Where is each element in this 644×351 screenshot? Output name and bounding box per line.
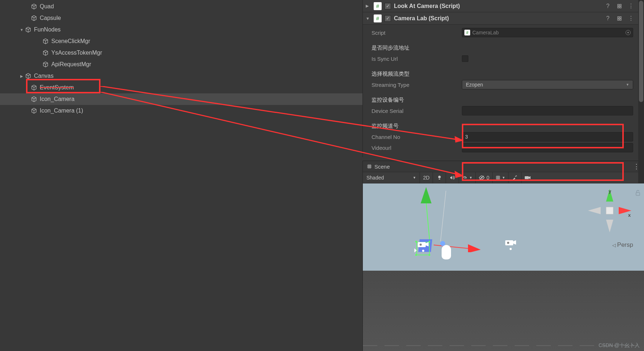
svg-marker-12 — [415, 248, 417, 253]
expand-icon[interactable]: ▶ — [19, 74, 25, 78]
gameobject-icon — [30, 3, 38, 10]
component-header-lookat[interactable]: ▶ # Look At Camera (Script) ? ⋮ — [363, 0, 638, 12]
hierarchy-item-capsule[interactable]: Capsule — [0, 12, 362, 24]
hierarchy-item-icon-camera[interactable]: Icon_Camera — [0, 93, 362, 105]
svg-point-0 — [438, 176, 441, 178]
tools-button[interactable] — [508, 172, 521, 183]
hierarchy-item-ysaccesstokenmgr[interactable]: YsAccessTokenMgr — [0, 47, 362, 59]
hierarchy-label: SceneClickMgr — [51, 38, 90, 45]
orientation-gizmo[interactable]: y x — [586, 187, 633, 234]
expand-icon[interactable]: ▼ — [19, 28, 25, 32]
hierarchy-label: Canvas — [34, 73, 53, 79]
help-icon[interactable]: ? — [604, 14, 612, 23]
component-header-cameralab[interactable]: ▼ # Camera Lab (Script) ? ⋮ — [363, 12, 638, 25]
prop-label-script: Script — [368, 30, 462, 36]
script-icon: # — [374, 14, 382, 22]
gameobject-icon — [25, 72, 32, 80]
hierarchy-label: Icon_Camera — [40, 96, 74, 102]
preset-icon[interactable] — [615, 2, 624, 10]
svg-line-13 — [434, 245, 470, 249]
hierarchy-label: Icon_Camera (1) — [40, 107, 83, 114]
camera-gizmo-icon[interactable] — [417, 241, 429, 249]
hierarchy-item-quad[interactable]: Quad — [0, 1, 362, 12]
prop-label-device: Device Serial — [368, 108, 462, 114]
gameobject-icon — [30, 14, 38, 22]
help-icon[interactable]: ? — [604, 2, 612, 10]
prop-header-sync: 是否同步流地址 — [368, 45, 462, 51]
audio-toggle[interactable] — [446, 172, 459, 183]
ground-line — [363, 344, 637, 347]
object-picker-icon[interactable] — [626, 30, 631, 35]
inspector-scrollbar[interactable] — [638, 0, 644, 203]
component-title: Look At Camera (Script) — [394, 3, 601, 9]
capsule-object[interactable] — [442, 245, 451, 259]
gameobject-icon — [42, 61, 49, 68]
guide-line — [435, 191, 457, 241]
device-serial-input[interactable] — [462, 106, 633, 115]
gizmos-visibility[interactable]: 0 — [475, 172, 492, 183]
draw-mode-dropdown[interactable]: Shaded — [363, 173, 420, 182]
scene-toolbar: Shaded 2D ▼ 0 ▼ — [363, 172, 644, 183]
videourl-input[interactable] — [462, 143, 633, 152]
2d-toggle[interactable]: 2D — [420, 172, 433, 183]
channel-no-input[interactable] — [462, 132, 633, 141]
prop-label-sync: Is Sync Url — [368, 56, 462, 62]
collapse-icon[interactable]: ▶ — [366, 4, 371, 8]
grid-dropdown[interactable]: ▼ — [492, 172, 508, 183]
scrollbar-thumb[interactable] — [639, 1, 643, 102]
gameobject-icon — [30, 96, 38, 103]
component-body-cameralab: Script # CameraLab 是否同步流地址 Is Sync Url 选… — [363, 25, 638, 157]
gameobject-icon — [25, 26, 32, 33]
sync-checkbox[interactable] — [462, 55, 468, 62]
hierarchy-item-icon-camera-1-[interactable]: Icon_Camera (1) — [0, 105, 362, 117]
svg-line-16 — [441, 191, 446, 241]
svg-rect-23 — [636, 193, 640, 195]
gameobject-icon — [42, 49, 49, 56]
preset-icon[interactable] — [615, 14, 624, 23]
svg-rect-24 — [606, 207, 613, 214]
prop-label-stream: Streaming Type — [368, 82, 462, 88]
hierarchy-label: EventSystem — [40, 84, 74, 91]
hierarchy-item-apirequestmgr[interactable]: ApiRequestMgr — [0, 59, 362, 70]
hierarchy-label: YsAccessTokenMgr — [51, 50, 102, 56]
hierarchy-label: FunNodes — [34, 26, 61, 33]
scene-grid-icon — [366, 164, 372, 169]
projection-label[interactable]: ◁Persp — [612, 241, 633, 249]
svg-marker-14 — [468, 244, 481, 252]
effects-dropdown[interactable]: ▼ — [459, 172, 475, 183]
svg-line-4 — [426, 202, 430, 241]
svg-marker-5 — [421, 187, 432, 203]
menu-icon[interactable]: ⋮ — [627, 14, 635, 23]
lock-icon[interactable] — [635, 190, 640, 196]
camera-gizmo-icon[interactable] — [505, 240, 517, 248]
camera-button[interactable] — [521, 172, 534, 183]
hierarchy-panel: QuadCapsule▼FunNodesSceneClickMgrYsAcces… — [0, 0, 362, 351]
hierarchy-label: ApiRequestMgr — [51, 61, 91, 68]
scene-tab[interactable]: Scene — [366, 164, 390, 170]
script-object-field[interactable]: # CameraLab — [462, 28, 633, 37]
scene-viewport[interactable]: y x ◁Persp — [363, 183, 644, 351]
hierarchy-item-funnodes[interactable]: ▼FunNodes — [0, 24, 362, 35]
lighting-toggle[interactable] — [433, 172, 446, 183]
watermark: CSDN @十幺卜入 — [598, 342, 640, 349]
svg-marker-28 — [606, 220, 613, 232]
svg-point-11 — [429, 254, 430, 256]
enable-checkbox[interactable] — [385, 15, 391, 22]
hierarchy-label: Quad — [40, 3, 54, 10]
prop-header-channel: 监控频道号 — [368, 123, 462, 130]
streaming-type-dropdown[interactable]: Ezopen — [462, 80, 633, 89]
svg-rect-3 — [525, 176, 529, 179]
svg-text:x: x — [628, 212, 631, 218]
menu-icon[interactable]: ⋮ — [627, 2, 635, 10]
hierarchy-item-canvas[interactable]: ▶Canvas — [0, 70, 362, 82]
hierarchy-item-sceneclickmgr[interactable]: SceneClickMgr — [0, 35, 362, 47]
prop-label-videourl: Videourl — [368, 145, 462, 151]
hierarchy-item-eventsystem[interactable]: EventSystem — [0, 82, 362, 93]
collapse-icon[interactable]: ▼ — [366, 16, 371, 21]
enable-checkbox[interactable] — [385, 3, 391, 9]
script-icon: # — [374, 2, 382, 10]
svg-point-22 — [510, 248, 512, 250]
svg-point-21 — [507, 242, 509, 244]
svg-point-18 — [420, 244, 422, 246]
svg-text:y: y — [609, 189, 611, 194]
